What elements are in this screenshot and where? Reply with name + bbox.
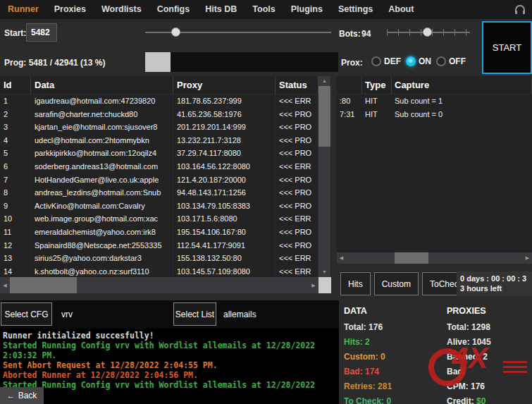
start-slider[interactable]: [145, 27, 331, 37]
column-header-id[interactable]: Id: [0, 76, 31, 94]
radio-label: DEF: [384, 56, 401, 66]
stats-data-panel: DATA Total: 176Hits: 2Custom: 0Bad: 174R…: [344, 306, 444, 404]
results-row[interactable]: 3kjartan_eie@hotmail.com:sjusover8201.21…: [0, 121, 318, 134]
cell-proxy: 112.54.41.177:9091: [173, 239, 276, 252]
stat-label: Total:: [344, 322, 369, 332]
menu-item-runner[interactable]: Runner: [0, 0, 47, 19]
menu-item-tools[interactable]: Tools: [245, 0, 283, 19]
menu-item-hits-db[interactable]: Hits DB: [197, 0, 245, 19]
cell-id: 12: [0, 239, 31, 252]
results-row[interactable]: 12Spainaird88@Netscape.net:2553335112.54…: [0, 239, 318, 252]
stat-hits: Hits: 2: [344, 337, 444, 347]
results-vertical-scrollbar[interactable]: ▲ ▼: [318, 76, 330, 277]
results-horizontal-scrollbar[interactable]: ◀ ▶: [0, 277, 318, 293]
prox-radio-off[interactable]: OFF: [436, 56, 466, 66]
results-row[interactable]: 11emeraldalchemist@yahoo.com:irk8195.154…: [0, 226, 318, 239]
column-header-proxy[interactable]: Proxy: [173, 76, 276, 94]
scrollbar-thumb[interactable]: [318, 86, 330, 147]
menu-item-wordlists[interactable]: Wordlists: [94, 0, 149, 19]
prox-radio-group: DEFONOFF: [371, 56, 466, 66]
results-row[interactable]: 6soderberg.andreas13@hotmail.com103.164.…: [0, 160, 318, 173]
stat-custom: Custom: 0: [344, 352, 444, 362]
menu-item-configs[interactable]: Configs: [149, 0, 198, 19]
scroll-right-icon[interactable]: ▶: [309, 283, 318, 288]
back-button[interactable]: ← Back: [0, 387, 44, 404]
cell-data: kjartan_eie@hotmail.com:sjusover8: [31, 121, 173, 134]
results-row[interactable]: 9ActivKino@hotmail.com:Cavalry103.134.79…: [0, 200, 318, 213]
stat-credit: Credit: $0: [447, 396, 532, 404]
results-row[interactable]: 7HotHandedGamer@live.co.uk:apple121.4.20…: [0, 173, 318, 187]
runner-window: RunnerProxiesWordlistsConfigsHits DBTool…: [0, 0, 532, 404]
results-row[interactable]: 4udecl@hotmail.com:2htommybkn13.232.211.…: [0, 134, 318, 147]
scroll-left-icon[interactable]: ◀: [0, 283, 10, 288]
scroll-left-icon[interactable]: ◀: [337, 255, 346, 261]
hits-grid-body: :80HITSub count = 17:31HITSub count = 0: [337, 94, 532, 121]
stat-label: Hits:: [344, 337, 365, 347]
bots-slider[interactable]: [387, 27, 470, 37]
scroll-up-icon[interactable]: ▲: [322, 76, 327, 86]
cell-proxy: 13.232.211.7:3128: [173, 134, 276, 147]
stat-tocheck: To Check: 0: [344, 396, 444, 404]
column-header-time[interactable]: [337, 76, 362, 94]
headphones-icon[interactable]: [514, 5, 526, 18]
stat-label: Bad:: [447, 367, 466, 377]
column-header-data[interactable]: Data: [31, 76, 173, 94]
scroll-down-icon[interactable]: ▼: [322, 267, 327, 277]
cell-proxy: 103.134.79.105:8383: [173, 200, 276, 213]
start-slider-thumb[interactable]: [171, 27, 180, 37]
prox-radio-on[interactable]: ON: [406, 56, 431, 66]
cell-status: <<< PRO: [276, 121, 318, 134]
cell-status: <<< ERR: [276, 252, 318, 265]
cell-proxy: 121.4.20.187:20000: [173, 173, 276, 187]
prox-radio-def[interactable]: DEF: [371, 56, 401, 66]
progress-text: Prog: 5481 / 42941 (13 %): [4, 58, 105, 68]
column-header-type[interactable]: Type: [362, 76, 392, 94]
start-button[interactable]: START: [482, 21, 532, 74]
results-row[interactable]: 10web.image.group@hotmail.com:xac103.171…: [0, 212, 318, 226]
cell-capture: Sub count = 0: [392, 108, 532, 121]
menu-item-plugins[interactable]: Plugins: [283, 0, 330, 19]
menu-item-proxies[interactable]: Proxies: [47, 0, 94, 19]
selected-wordlist-name: allemails: [223, 310, 256, 319]
menu-item-about[interactable]: About: [381, 0, 421, 19]
bots-label: Bots:: [339, 29, 361, 39]
stat-bad: Bad:: [447, 367, 532, 377]
results-row[interactable]: 1igaudreau@hotmail.com:47239820181.78.65…: [0, 94, 318, 108]
scrollbar-thumb[interactable]: [395, 252, 428, 264]
log-line: Sent Abort Request at 12/28/2022 2:04:55…: [3, 360, 336, 370]
cell-id: 9: [0, 200, 31, 213]
tab-custom[interactable]: Custom: [374, 272, 419, 295]
results-row[interactable]: 2sarafin@charter.net:chuckd8041.65.236.5…: [0, 108, 318, 121]
results-row[interactable]: 5parkkipirkko@hotmail.com:12oqilz437.29.…: [0, 147, 318, 160]
results-row[interactable]: 8andreas_lezdins@hotmail.com:Snub94.48.1…: [0, 186, 318, 200]
cell-id: 4: [0, 134, 31, 147]
start-count-input[interactable]: [26, 23, 57, 42]
select-cfg-button[interactable]: Select CFG: [1, 302, 52, 326]
stat-alive: Alive: 1045: [447, 337, 532, 347]
selected-config-name: vrv: [61, 310, 73, 319]
scrollbar-thumb[interactable]: [10, 277, 77, 293]
hits-row[interactable]: :80HITSub count = 1: [337, 94, 532, 108]
column-header-capture[interactable]: Capture: [392, 76, 532, 94]
stat-label: Bad:: [344, 367, 365, 377]
radio-label: ON: [419, 56, 431, 66]
results-row[interactable]: 14k.shotbolt@yahoo.co.nz:surf3110103.145…: [0, 265, 318, 277]
hits-row[interactable]: 7:31HITSub count = 0: [337, 108, 532, 121]
stats-proxies-rows: Total: 1298Alive: 1045Banned: 2Bad: CPM:…: [447, 322, 532, 404]
column-header-status[interactable]: Status: [276, 76, 318, 94]
results-row[interactable]: 13sirius25@yahoo.com:darkstar3155.138.13…: [0, 252, 318, 265]
stat-banned: Banned: 2: [447, 352, 532, 362]
tab-hits[interactable]: Hits: [340, 272, 371, 295]
stat-value: 2: [365, 337, 370, 347]
cell-status: <<< PRO: [276, 226, 318, 239]
menubar-items: RunnerProxiesWordlistsConfigsHits DBTool…: [0, 0, 421, 19]
cell-proxy: 103.164.56.122:8080: [173, 160, 276, 173]
select-list-button[interactable]: Select List: [173, 302, 216, 326]
bots-slider-thumb[interactable]: [423, 27, 432, 37]
menu-item-settings[interactable]: Settings: [330, 0, 381, 19]
cell-data: web.image.group@hotmail.com:xac: [31, 212, 173, 226]
hits-horizontal-scrollbar[interactable]: ◀ ▶: [337, 252, 532, 264]
scroll-right-icon[interactable]: ▶: [523, 255, 532, 261]
stat-label: Banned:: [447, 352, 483, 362]
back-button-label: Back: [18, 391, 37, 400]
